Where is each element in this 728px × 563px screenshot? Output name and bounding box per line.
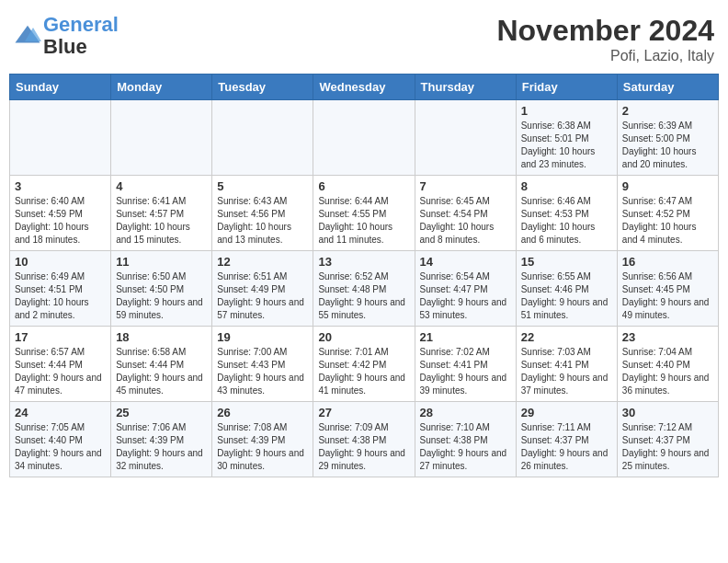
title-section: November 2024 Pofi, Lazio, Italy [496,14,714,64]
day-number: 8 [521,179,612,193]
day-number: 18 [116,330,207,344]
day-info: Sunrise: 7:10 AM Sunset: 4:38 PM Dayligh… [420,421,511,473]
header-cell-thursday: Thursday [415,75,516,100]
calendar-cell: 9Sunrise: 6:47 AM Sunset: 4:52 PM Daylig… [617,176,718,251]
calendar-cell: 21Sunrise: 7:02 AM Sunset: 4:41 PM Dayli… [415,327,516,402]
day-info: Sunrise: 7:02 AM Sunset: 4:41 PM Dayligh… [420,346,511,397]
calendar-cell: 1Sunrise: 6:38 AM Sunset: 5:01 PM Daylig… [516,100,617,176]
calendar-header: SundayMondayTuesdayWednesdayThursdayFrid… [10,75,719,100]
calendar-week-3: 10Sunrise: 6:49 AM Sunset: 4:51 PM Dayli… [10,251,719,327]
day-info: Sunrise: 6:49 AM Sunset: 4:51 PM Dayligh… [15,270,106,322]
day-info: Sunrise: 6:51 AM Sunset: 4:49 PM Dayligh… [217,270,308,322]
calendar-cell [212,100,313,176]
day-number: 9 [622,179,713,193]
day-number: 30 [622,406,713,419]
day-info: Sunrise: 7:06 AM Sunset: 4:39 PM Dayligh… [116,421,207,473]
logo: General Blue [14,14,119,58]
header-cell-saturday: Saturday [617,75,718,100]
day-info: Sunrise: 7:03 AM Sunset: 4:41 PM Dayligh… [521,346,612,397]
day-info: Sunrise: 6:39 AM Sunset: 5:00 PM Dayligh… [622,120,713,171]
header-row: SundayMondayTuesdayWednesdayThursdayFrid… [10,75,719,100]
day-info: Sunrise: 7:09 AM Sunset: 4:38 PM Dayligh… [318,421,409,473]
day-number: 25 [116,406,207,419]
day-info: Sunrise: 6:38 AM Sunset: 5:01 PM Dayligh… [521,120,612,171]
header-cell-wednesday: Wednesday [313,75,415,100]
day-number: 24 [15,406,106,419]
day-number: 29 [521,406,612,419]
calendar-cell: 25Sunrise: 7:06 AM Sunset: 4:39 PM Dayli… [111,402,212,477]
calendar-cell: 15Sunrise: 6:55 AM Sunset: 4:46 PM Dayli… [516,251,617,327]
location: Pofi, Lazio, Italy [496,48,714,64]
calendar-cell: 18Sunrise: 6:58 AM Sunset: 4:44 PM Dayli… [111,327,212,402]
calendar-cell: 22Sunrise: 7:03 AM Sunset: 4:41 PM Dayli… [516,327,617,402]
day-number: 6 [318,179,409,193]
calendar-week-5: 24Sunrise: 7:05 AM Sunset: 4:40 PM Dayli… [10,402,719,477]
calendar-cell [313,100,415,176]
logo-text: General Blue [43,14,119,58]
day-info: Sunrise: 6:57 AM Sunset: 4:44 PM Dayligh… [15,346,106,397]
calendar-week-2: 3Sunrise: 6:40 AM Sunset: 4:59 PM Daylig… [10,176,719,251]
calendar-cell: 29Sunrise: 7:11 AM Sunset: 4:37 PM Dayli… [516,402,617,477]
header-cell-sunday: Sunday [10,75,111,100]
calendar-week-1: 1Sunrise: 6:38 AM Sunset: 5:01 PM Daylig… [10,100,719,176]
calendar-cell [10,100,111,176]
day-info: Sunrise: 6:56 AM Sunset: 4:45 PM Dayligh… [622,270,713,322]
calendar-cell: 19Sunrise: 7:00 AM Sunset: 4:43 PM Dayli… [212,327,313,402]
header-cell-tuesday: Tuesday [212,75,313,100]
day-info: Sunrise: 6:40 AM Sunset: 4:59 PM Dayligh… [15,195,106,247]
day-info: Sunrise: 6:55 AM Sunset: 4:46 PM Dayligh… [521,270,612,322]
calendar-cell: 17Sunrise: 6:57 AM Sunset: 4:44 PM Dayli… [10,327,111,402]
calendar-cell: 4Sunrise: 6:41 AM Sunset: 4:57 PM Daylig… [111,176,212,251]
day-info: Sunrise: 7:01 AM Sunset: 4:42 PM Dayligh… [318,346,409,397]
calendar-cell: 23Sunrise: 7:04 AM Sunset: 4:40 PM Dayli… [617,327,718,402]
month-title: November 2024 [496,14,714,48]
day-info: Sunrise: 6:41 AM Sunset: 4:57 PM Dayligh… [116,195,207,247]
day-number: 1 [521,104,612,118]
day-number: 22 [521,330,612,344]
day-number: 16 [622,255,713,269]
day-info: Sunrise: 7:05 AM Sunset: 4:40 PM Dayligh… [15,421,106,473]
day-info: Sunrise: 6:54 AM Sunset: 4:47 PM Dayligh… [420,270,511,322]
calendar-cell: 7Sunrise: 6:45 AM Sunset: 4:54 PM Daylig… [415,176,516,251]
calendar-cell: 28Sunrise: 7:10 AM Sunset: 4:38 PM Dayli… [415,402,516,477]
day-number: 2 [622,104,713,118]
day-number: 28 [420,406,511,419]
day-number: 11 [116,255,207,269]
day-info: Sunrise: 7:04 AM Sunset: 4:40 PM Dayligh… [622,346,713,397]
calendar-cell: 24Sunrise: 7:05 AM Sunset: 4:40 PM Dayli… [10,402,111,477]
calendar-cell: 14Sunrise: 6:54 AM Sunset: 4:47 PM Dayli… [415,251,516,327]
day-number: 23 [622,330,713,344]
header-cell-friday: Friday [516,75,617,100]
calendar-cell: 27Sunrise: 7:09 AM Sunset: 4:38 PM Dayli… [313,402,415,477]
calendar-cell [111,100,212,176]
logo-icon [14,22,41,50]
calendar-cell: 3Sunrise: 6:40 AM Sunset: 4:59 PM Daylig… [10,176,111,251]
calendar-cell: 6Sunrise: 6:44 AM Sunset: 4:55 PM Daylig… [313,176,415,251]
day-number: 27 [318,406,409,419]
calendar-body: 1Sunrise: 6:38 AM Sunset: 5:01 PM Daylig… [10,100,719,477]
calendar-cell: 2Sunrise: 6:39 AM Sunset: 5:00 PM Daylig… [617,100,718,176]
day-info: Sunrise: 6:50 AM Sunset: 4:50 PM Dayligh… [116,270,207,322]
calendar-cell: 30Sunrise: 7:12 AM Sunset: 4:37 PM Dayli… [617,402,718,477]
calendar-cell [415,100,516,176]
day-info: Sunrise: 7:00 AM Sunset: 4:43 PM Dayligh… [217,346,308,397]
day-info: Sunrise: 7:08 AM Sunset: 4:39 PM Dayligh… [217,421,308,473]
day-info: Sunrise: 6:58 AM Sunset: 4:44 PM Dayligh… [116,346,207,397]
calendar-table: SundayMondayTuesdayWednesdayThursdayFrid… [9,74,719,477]
day-number: 15 [521,255,612,269]
calendar-cell: 5Sunrise: 6:43 AM Sunset: 4:56 PM Daylig… [212,176,313,251]
day-number: 17 [15,330,106,344]
day-info: Sunrise: 6:46 AM Sunset: 4:53 PM Dayligh… [521,195,612,247]
calendar-cell: 8Sunrise: 6:46 AM Sunset: 4:53 PM Daylig… [516,176,617,251]
day-number: 13 [318,255,409,269]
day-info: Sunrise: 6:52 AM Sunset: 4:48 PM Dayligh… [318,270,409,322]
calendar-cell: 20Sunrise: 7:01 AM Sunset: 4:42 PM Dayli… [313,327,415,402]
day-info: Sunrise: 6:47 AM Sunset: 4:52 PM Dayligh… [622,195,713,247]
day-info: Sunrise: 7:12 AM Sunset: 4:37 PM Dayligh… [622,421,713,473]
calendar-cell: 12Sunrise: 6:51 AM Sunset: 4:49 PM Dayli… [212,251,313,327]
calendar-week-4: 17Sunrise: 6:57 AM Sunset: 4:44 PM Dayli… [10,327,719,402]
day-number: 20 [318,330,409,344]
day-number: 3 [15,179,106,193]
day-number: 7 [420,179,511,193]
day-number: 12 [217,255,308,269]
